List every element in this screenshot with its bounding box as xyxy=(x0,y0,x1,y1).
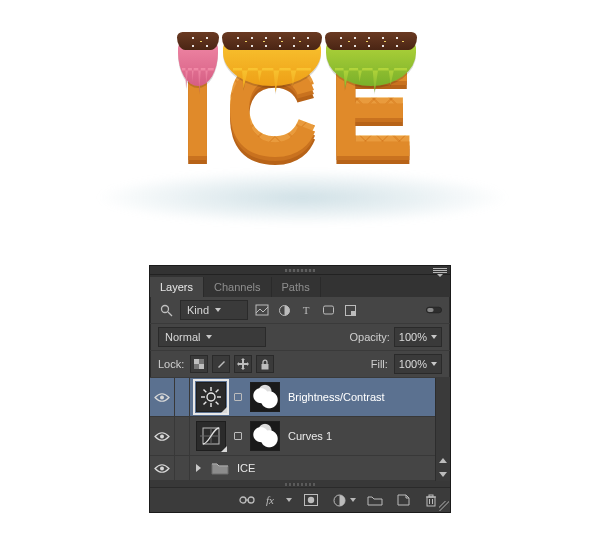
artwork-shadow xyxy=(95,170,510,225)
layers-scrollbar[interactable] xyxy=(435,378,450,481)
svg-point-34 xyxy=(308,497,314,503)
mask-link-icon[interactable] xyxy=(234,432,242,440)
brightness-contrast-icon xyxy=(196,382,226,412)
layer-mask-thumb[interactable] xyxy=(250,421,280,451)
eye-icon xyxy=(154,392,170,403)
artwork-preview: I C E xyxy=(0,0,600,265)
new-adjustment-layer-button[interactable] xyxy=(330,491,356,509)
tab-layers[interactable]: Layers xyxy=(150,277,204,297)
layer-row-brightness-contrast[interactable]: Brightness/Contrast xyxy=(150,378,450,417)
lock-move-icon[interactable] xyxy=(234,355,252,373)
svg-point-24 xyxy=(160,434,164,438)
new-layer-icon[interactable] xyxy=(394,491,412,509)
svg-text:fx: fx xyxy=(266,494,274,506)
visibility-toggle[interactable] xyxy=(150,417,175,455)
opacity-value: 100% xyxy=(399,331,427,343)
tab-paths[interactable]: Paths xyxy=(272,277,321,297)
svg-line-22 xyxy=(216,390,219,393)
filter-smartobject-icon[interactable] xyxy=(342,302,358,318)
svg-rect-13 xyxy=(262,364,269,370)
svg-line-21 xyxy=(216,402,219,405)
svg-line-20 xyxy=(204,390,207,393)
disclosure-triangle-icon[interactable] xyxy=(196,464,201,472)
panel-titlebar[interactable] xyxy=(150,266,450,275)
filter-kind-value: Kind xyxy=(187,304,209,316)
svg-line-23 xyxy=(204,402,207,405)
mask-link-icon[interactable] xyxy=(234,393,242,401)
lock-transparent-icon[interactable] xyxy=(190,355,208,373)
blend-row: Normal Opacity: 100% xyxy=(150,324,450,351)
layer-filter-row: Kind T xyxy=(150,297,450,324)
lock-all-icon[interactable] xyxy=(256,355,274,373)
eye-icon xyxy=(154,431,170,442)
svg-point-15 xyxy=(207,393,215,401)
curves-icon xyxy=(196,421,226,451)
layer-row-ice-group[interactable]: ICE xyxy=(150,456,450,481)
fill-value: 100% xyxy=(399,358,427,370)
search-icon xyxy=(158,302,174,318)
visibility-toggle[interactable] xyxy=(150,456,175,480)
adjustment-badge-icon xyxy=(221,407,227,413)
svg-point-0 xyxy=(161,305,168,312)
fx-icon: fx xyxy=(266,491,284,509)
layers-list: Brightness/Contrast xyxy=(150,378,450,481)
visibility-toggle[interactable] xyxy=(150,378,175,416)
chevron-down-icon xyxy=(431,362,437,366)
lock-label: Lock: xyxy=(158,358,184,370)
link-layers-icon[interactable] xyxy=(238,491,256,509)
scroll-down-button[interactable] xyxy=(436,467,450,481)
layer-name[interactable]: Brightness/Contrast xyxy=(288,391,450,403)
filter-pixel-icon[interactable] xyxy=(254,302,270,318)
panel-flyout-menu-button[interactable] xyxy=(433,267,447,277)
panel-tabs: Layers Channels Paths xyxy=(150,275,450,297)
artwork-letter-e: E xyxy=(328,40,421,170)
artwork-letter-i: I xyxy=(180,40,222,170)
add-layer-mask-icon[interactable] xyxy=(302,491,320,509)
blend-mode-value: Normal xyxy=(165,331,200,343)
new-group-icon[interactable] xyxy=(366,491,384,509)
svg-rect-9 xyxy=(427,308,433,312)
svg-rect-12 xyxy=(199,364,204,369)
svg-point-14 xyxy=(160,395,164,399)
layer-fx-button[interactable]: fx xyxy=(266,491,292,509)
layer-name[interactable]: ICE xyxy=(237,462,450,474)
svg-rect-36 xyxy=(427,497,435,506)
layer-name[interactable]: Curves 1 xyxy=(288,430,450,442)
blend-mode-select[interactable]: Normal xyxy=(158,327,266,347)
chevron-down-icon xyxy=(286,498,292,502)
artwork-text: I C E xyxy=(0,40,600,170)
layer-mask-thumb[interactable] xyxy=(250,382,280,412)
delete-layer-icon[interactable] xyxy=(422,491,440,509)
tab-channels[interactable]: Channels xyxy=(204,277,271,297)
chevron-down-icon xyxy=(431,335,437,339)
svg-rect-5 xyxy=(323,306,333,314)
svg-line-1 xyxy=(168,312,172,316)
svg-text:T: T xyxy=(303,304,310,316)
svg-rect-11 xyxy=(194,359,199,364)
eye-icon xyxy=(154,463,170,474)
filter-shape-icon[interactable] xyxy=(320,302,336,318)
panel-resize-corner-icon[interactable] xyxy=(439,501,449,511)
artwork-letter-c: C xyxy=(225,40,325,170)
chevron-down-icon xyxy=(215,308,221,312)
panel-grip-icon xyxy=(285,269,315,272)
fill-label: Fill: xyxy=(371,358,388,370)
filter-type-icon[interactable]: T xyxy=(298,302,314,318)
filter-adjustment-icon[interactable] xyxy=(276,302,292,318)
svg-rect-2 xyxy=(256,305,268,315)
scroll-up-button[interactable] xyxy=(436,453,450,467)
filter-toggle-switch[interactable] xyxy=(426,302,442,318)
adjustment-badge-icon xyxy=(221,446,227,452)
lock-paint-icon[interactable] xyxy=(212,355,230,373)
lock-row: Lock: xyxy=(150,351,450,378)
chevron-down-icon xyxy=(350,498,356,502)
adjustment-layer-icon xyxy=(330,491,348,509)
opacity-input[interactable]: 100% xyxy=(394,327,442,347)
layers-bottom-toolbar: fx xyxy=(150,487,450,512)
fill-input[interactable]: 100% xyxy=(394,354,442,374)
layer-row-curves[interactable]: Curves 1 xyxy=(150,417,450,456)
filter-kind-select[interactable]: Kind xyxy=(180,300,248,320)
layers-panel: Layers Channels Paths Kind xyxy=(149,265,451,513)
folder-icon xyxy=(211,461,229,475)
svg-rect-40 xyxy=(429,495,433,497)
